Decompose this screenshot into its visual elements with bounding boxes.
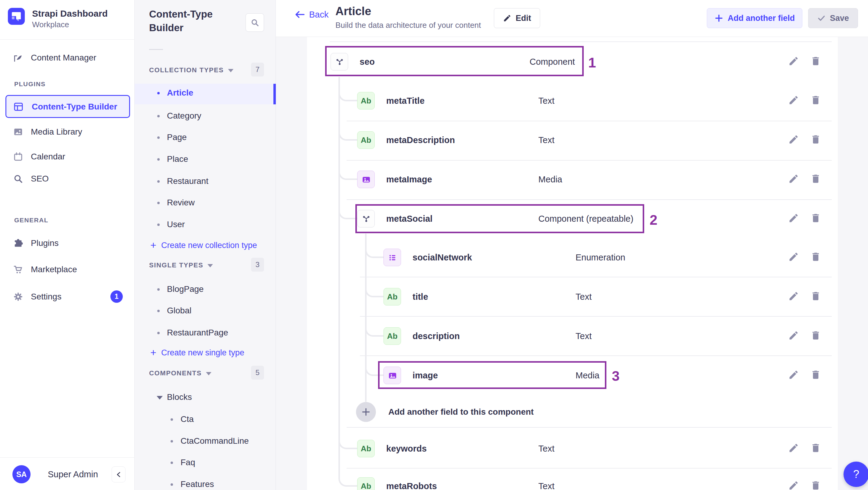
field-row-description: Ab description Text xyxy=(307,321,838,351)
field-name: socialNetwork xyxy=(412,242,472,273)
chevron-down-icon xyxy=(208,264,213,267)
bullet-icon xyxy=(157,310,160,312)
edit-field-button[interactable] xyxy=(788,480,800,490)
panel-title: Content-Type Builder xyxy=(149,7,240,34)
magnifier-icon xyxy=(13,174,23,184)
edit-field-button[interactable] xyxy=(788,95,800,107)
divider xyxy=(360,316,832,317)
create-collection-type-link[interactable]: + Create new collection type xyxy=(134,237,276,254)
component-cta[interactable]: Cta xyxy=(134,411,276,428)
section-components[interactable]: COMPONENTS xyxy=(149,366,211,380)
trash-icon xyxy=(810,251,821,262)
single-type-restaurantpage[interactable]: RestaurantPage xyxy=(134,324,276,341)
nav-item-seo[interactable]: SEO xyxy=(0,170,134,187)
delete-field-button[interactable] xyxy=(810,480,822,490)
field-type: Enumeration xyxy=(576,242,625,273)
collection-type-article[interactable]: Article xyxy=(134,84,276,101)
chevron-down-icon xyxy=(228,69,234,72)
trash-icon xyxy=(810,95,821,105)
collection-type-review[interactable]: Review xyxy=(134,194,276,211)
edit-field-button[interactable] xyxy=(788,56,800,68)
delete-field-button[interactable] xyxy=(810,134,822,146)
delete-field-button[interactable] xyxy=(810,213,822,225)
nav-item-media-library[interactable]: Media Library xyxy=(0,123,134,141)
annotation-number-2: 2 xyxy=(650,212,657,228)
enumeration-field-icon xyxy=(383,249,401,266)
single-types-count: 3 xyxy=(251,258,264,272)
delete-field-button[interactable] xyxy=(810,251,822,264)
edit-field-button[interactable] xyxy=(788,134,800,146)
single-type-blogpage[interactable]: BlogPage xyxy=(134,281,276,298)
nav-item-marketplace[interactable]: Marketplace xyxy=(0,261,134,278)
edit-field-button[interactable] xyxy=(788,442,800,455)
trash-icon xyxy=(810,480,821,490)
single-type-global[interactable]: Global xyxy=(134,302,276,319)
divider xyxy=(149,49,163,50)
divider xyxy=(347,160,832,161)
section-collection-types[interactable]: COLLECTION TYPES xyxy=(149,63,234,77)
delete-field-button[interactable] xyxy=(810,442,822,455)
pencil-icon xyxy=(788,213,799,223)
section-single-types[interactable]: SINGLE TYPES xyxy=(149,258,213,272)
delete-field-button[interactable] xyxy=(810,173,822,185)
component-features[interactable]: Features xyxy=(134,476,276,490)
create-single-type-link[interactable]: + Create new single type xyxy=(134,344,276,361)
edit-button[interactable]: Edit xyxy=(494,8,540,28)
text-field-icon: Ab xyxy=(383,327,401,345)
nav-item-plugins[interactable]: Plugins xyxy=(0,235,134,252)
workspace-header[interactable]: Strapi Dashboard Workplace xyxy=(8,8,129,32)
delete-field-button[interactable] xyxy=(810,330,822,342)
text-field-icon: Ab xyxy=(357,477,375,490)
delete-field-button[interactable] xyxy=(810,56,822,68)
collection-type-place[interactable]: Place xyxy=(134,151,276,167)
back-arrow-icon xyxy=(294,9,306,20)
save-button[interactable]: Save xyxy=(808,8,858,28)
field-type: Text xyxy=(538,471,554,490)
avatar[interactable]: SA xyxy=(12,465,31,483)
nav-item-label: Content Manager xyxy=(31,49,96,66)
cart-icon xyxy=(13,265,23,274)
back-link[interactable]: Back xyxy=(294,9,329,27)
field-type: Text xyxy=(576,282,592,312)
component-faq[interactable]: Faq xyxy=(134,454,276,471)
nav-item-calendar[interactable]: Calendar xyxy=(0,148,134,165)
collection-type-restaurant[interactable]: Restaurant xyxy=(134,173,276,190)
delete-field-button[interactable] xyxy=(810,95,822,107)
field-row-title: Ab title Text xyxy=(307,282,838,312)
collection-type-category[interactable]: Category xyxy=(134,108,276,124)
collection-type-user[interactable]: User xyxy=(134,216,276,233)
chevron-down-icon xyxy=(157,396,163,400)
component-group-blocks[interactable]: Blocks xyxy=(134,389,276,406)
add-field-button-label: Add another field xyxy=(728,13,795,23)
edit-field-button[interactable] xyxy=(788,330,800,342)
add-another-field-button[interactable]: Add another field xyxy=(707,8,802,28)
collapse-sidebar-button[interactable] xyxy=(112,466,125,483)
nav-item-content-manager[interactable]: Content Manager xyxy=(0,49,134,66)
field-name: image xyxy=(412,360,438,391)
bullet-icon xyxy=(170,462,173,464)
field-row-metaimage: metaImage Media xyxy=(307,164,838,194)
collection-type-page[interactable]: Page xyxy=(134,129,276,146)
field-name: metaSocial xyxy=(386,204,433,234)
component-ctacommandline[interactable]: CtaCommandLine xyxy=(134,432,276,450)
divider xyxy=(330,41,832,42)
delete-field-button[interactable] xyxy=(810,369,822,381)
help-button[interactable]: ? xyxy=(843,462,868,487)
media-field-icon xyxy=(383,367,401,384)
search-button[interactable] xyxy=(246,13,264,32)
edit-field-button[interactable] xyxy=(788,369,800,381)
plus-icon: + xyxy=(150,237,156,254)
edit-field-button[interactable] xyxy=(788,291,800,303)
pencil-icon xyxy=(788,480,799,490)
nav-item-content-type-builder[interactable]: Content-Type Builder xyxy=(5,95,130,118)
edit-field-button[interactable] xyxy=(788,173,800,185)
delete-field-button[interactable] xyxy=(810,291,822,303)
pencil-icon xyxy=(788,251,799,262)
add-field-to-component-button[interactable]: Add another field to this component xyxy=(307,397,821,427)
trash-icon xyxy=(810,213,821,223)
field-type: Text xyxy=(538,86,554,116)
text-field-icon: Ab xyxy=(357,440,375,457)
edit-field-button[interactable] xyxy=(788,251,800,264)
edit-field-button[interactable] xyxy=(788,213,800,225)
field-name: description xyxy=(412,321,460,351)
